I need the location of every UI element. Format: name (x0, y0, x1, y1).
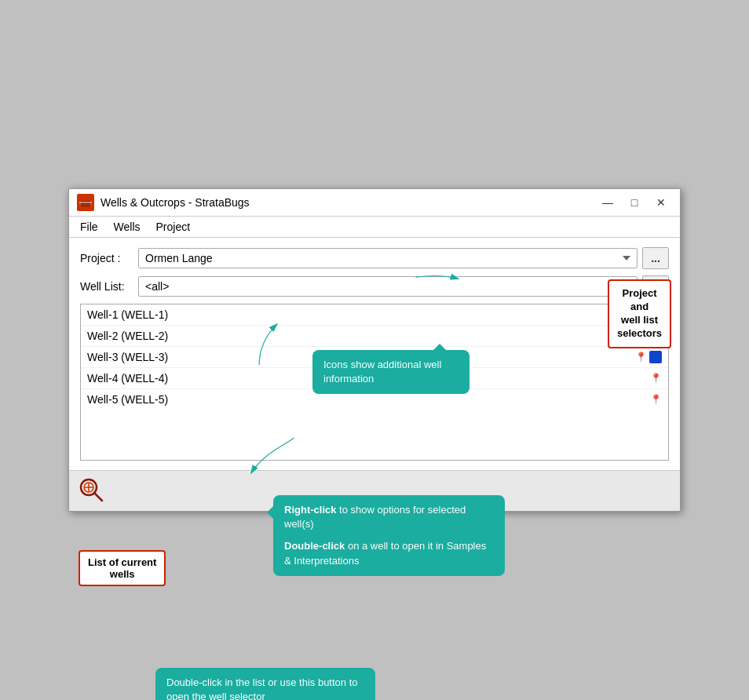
well-color-swatch (649, 330, 662, 342)
pin-icon: 📍 (635, 330, 647, 341)
well-icons: 📍 (650, 394, 662, 405)
title-bar: Wells & Outcrops - StrataBugs — □ ✕ (69, 189, 680, 217)
annotation-box-wells: List of currentwells (79, 550, 166, 586)
well-row[interactable]: Well-1 (WELL-1)🔒📍 (81, 304, 668, 326)
badge-1: 1 (79, 557, 100, 579)
well-icons: 📍 (650, 373, 662, 384)
well-name: Well-3 (WELL-3) (87, 351, 635, 363)
well-icons: 🔒📍 (621, 308, 662, 321)
project-select[interactable]: Ormen Lange (138, 248, 638, 268)
bottom-bar (69, 470, 680, 511)
pin-icon: 📍 (650, 394, 662, 405)
welllist-label: Well List: (80, 280, 133, 293)
project-label: Project : (80, 252, 133, 264)
close-button[interactable]: ✕ (650, 195, 672, 210)
window-title: Wells & Outcrops - StrataBugs (100, 196, 597, 209)
menu-file[interactable]: File (72, 218, 106, 235)
doubleclick-text: Double-click on a well to open it in Sam… (284, 539, 494, 567)
well-icons: 📍 (635, 330, 662, 342)
tooltip-wellselector: Double-click in the list or use this but… (155, 668, 375, 700)
well-row[interactable]: Well-3 (WELL-3)📍 (81, 347, 668, 368)
well-icons: 📍 (635, 351, 662, 363)
well-name: Well-4 (WELL-4) (87, 372, 650, 385)
welllist-row: Well List: <all> ... (80, 275, 669, 297)
minimize-button[interactable]: — (597, 195, 619, 210)
pin-icon: 📍 (635, 352, 647, 363)
well-selector-icon[interactable] (77, 476, 105, 506)
welllist-button[interactable]: ... (642, 275, 669, 297)
pin-icon: 📍 (635, 309, 647, 320)
welllist-select[interactable]: <all> (138, 276, 638, 297)
well-name: Well-5 (WELL-5) (87, 393, 650, 406)
menu-bar: File Wells Project (69, 217, 680, 238)
project-button[interactable]: ... (642, 247, 669, 269)
svg-line-6 (94, 493, 102, 501)
window-controls: — □ ✕ (597, 195, 672, 210)
annotation-1: 1 List of currentwells (79, 550, 166, 586)
well-row[interactable]: Well-4 (WELL-4)📍 (81, 368, 668, 389)
well-color-swatch (649, 308, 662, 321)
well-name: Well-2 (WELL-2) (87, 330, 635, 342)
menu-project[interactable]: Project (148, 218, 199, 235)
well-list: Well-1 (WELL-1)🔒📍Well-2 (WELL-2)📍Well-3 … (80, 304, 669, 461)
well-row[interactable]: Well-5 (WELL-5)📍 (81, 389, 668, 410)
pin-icon: 📍 (650, 373, 662, 384)
well-color-swatch (649, 351, 662, 363)
well-row[interactable]: Well-2 (WELL-2)📍 (81, 326, 668, 347)
project-row: Project : Ormen Lange ... (80, 247, 669, 269)
maximize-button[interactable]: □ (623, 195, 645, 210)
lock-icon: 🔒 (621, 309, 633, 320)
app-icon (77, 194, 94, 211)
svg-rect-1 (81, 197, 85, 201)
main-window: Wells & Outcrops - StrataBugs — □ ✕ File… (68, 188, 681, 512)
menu-wells[interactable]: Wells (106, 218, 148, 235)
well-name: Well-1 (WELL-1) (87, 308, 621, 321)
svg-rect-2 (81, 201, 90, 206)
content-area: Project : Ormen Lange ... Well List: <al… (69, 238, 680, 470)
